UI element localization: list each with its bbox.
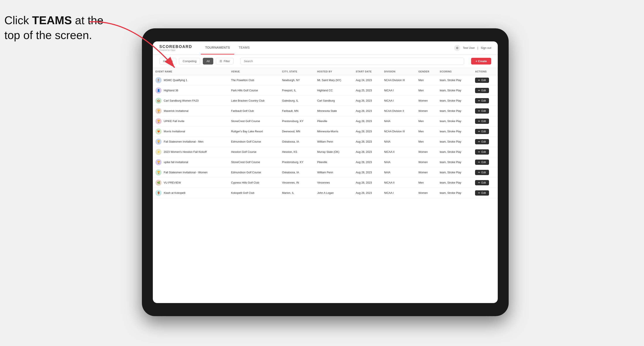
edit-label: Edit xyxy=(481,191,486,194)
cell-division: NAIA xyxy=(382,137,416,147)
cell-venue: Kokopelli Golf Club xyxy=(228,188,280,198)
edit-label: Edit xyxy=(481,120,486,123)
create-button[interactable]: + Create xyxy=(471,58,491,65)
tab-teams[interactable]: TEAMS xyxy=(234,41,254,54)
header-right: ⚙ Test User | Sign out xyxy=(454,45,491,51)
edit-button[interactable]: ✏ Edit xyxy=(475,129,489,134)
header: SCOREBOARD Powered by Clippt TOURNAMENTS… xyxy=(153,41,498,54)
search-box xyxy=(240,58,464,65)
cell-gender: Women xyxy=(416,147,437,157)
cell-gender: Women xyxy=(416,168,437,178)
settings-icon[interactable]: ⚙ xyxy=(454,45,460,51)
table-header: EVENT NAME VENUE CITY, STATE HOSTED BY S… xyxy=(153,68,498,75)
edit-label: Edit xyxy=(481,151,486,154)
cell-start-date: Aug 28, 2023 xyxy=(353,106,382,116)
cell-venue: Lake Bracken Country Club xyxy=(228,96,280,106)
cell-scoring: team, Stroke Play xyxy=(437,178,472,188)
edit-button[interactable]: ✏ Edit xyxy=(475,149,489,155)
cell-venue: The Powelton Club xyxy=(228,75,280,85)
cell-division: NCAA Division III xyxy=(382,127,416,137)
edit-button[interactable]: ✏ Edit xyxy=(475,98,489,103)
cell-start-date: Aug 28, 2023 xyxy=(353,127,382,137)
table-row: ⚡ 2023 Women's Hesston Fall Kickoff Hess… xyxy=(153,147,498,157)
cell-start-date: Aug 28, 2023 xyxy=(353,147,382,157)
cell-city-state: Hesston, KS xyxy=(280,147,314,157)
cell-venue: StoneCrest Golf Course xyxy=(228,157,280,168)
edit-button[interactable]: ✏ Edit xyxy=(475,160,489,165)
tab-tournaments[interactable]: TOURNAMENTS xyxy=(201,41,234,54)
edit-button[interactable]: ✏ Edit xyxy=(475,88,489,93)
edit-icon: ✏ xyxy=(478,161,480,164)
cell-hosted-by: Pikeville xyxy=(314,157,353,168)
edit-icon: ✏ xyxy=(478,181,480,184)
team-icon: 🏆 xyxy=(156,118,162,124)
cell-hosted-by: William Penn xyxy=(314,137,353,147)
filter-button[interactable]: ☰ Filter xyxy=(216,58,234,65)
cell-actions: ✏ Edit xyxy=(472,178,498,188)
cell-event-name: 🏆 upike fall invitational xyxy=(153,157,228,168)
table-row: 🏆 upike fall invitational StoneCrest Gol… xyxy=(153,157,498,168)
cell-division: NICAA I xyxy=(382,96,416,106)
edit-icon: ✏ xyxy=(478,99,480,102)
filter-icon: ☰ xyxy=(220,59,222,63)
edit-label: Edit xyxy=(481,140,486,143)
edit-button[interactable]: ✏ Edit xyxy=(475,170,489,175)
cell-actions: ✏ Edit xyxy=(472,127,498,137)
edit-icon: ✏ xyxy=(478,130,480,133)
event-name-text: Carl Sandburg Women FA23 xyxy=(164,99,199,102)
instruction-bold: TEAMS xyxy=(32,14,72,27)
cell-gender: Men xyxy=(416,116,437,127)
cell-scoring: team, Stroke Play xyxy=(437,75,472,85)
cell-event-name: 🦊 Morris Invitational xyxy=(153,127,228,137)
edit-button[interactable]: ✏ Edit xyxy=(475,108,489,114)
cell-gender: Men xyxy=(416,85,437,96)
team-icon: 🏺 xyxy=(156,190,162,196)
cell-division: NAIA xyxy=(382,116,416,127)
table-container: EVENT NAME VENUE CITY, STATE HOSTED BY S… xyxy=(153,68,498,303)
all-filter-button[interactable]: All xyxy=(203,58,213,65)
cell-event-name: 👤 Highland 36 xyxy=(153,85,228,96)
cell-hosted-by: John A Logan xyxy=(314,188,353,198)
cell-venue: Edmundson Golf Course xyxy=(228,137,280,147)
edit-icon: ✏ xyxy=(478,79,480,82)
table-body: 🏌 MSMC Qualifying 1 The Powelton Club Ne… xyxy=(153,75,498,198)
cell-start-date: Aug 28, 2023 xyxy=(353,116,382,127)
cell-city-state: Newburgh, NY xyxy=(280,75,314,85)
edit-icon: ✏ xyxy=(478,151,480,154)
team-icon: 🏆 xyxy=(156,159,162,165)
edit-button[interactable]: ✏ Edit xyxy=(475,78,489,83)
edit-button[interactable]: ✏ Edit xyxy=(475,119,489,124)
edit-icon: ✏ xyxy=(478,120,480,123)
search-input[interactable] xyxy=(240,58,464,65)
cell-scoring: team, Stroke Play xyxy=(437,157,472,168)
edit-button[interactable]: ✏ Edit xyxy=(475,190,489,195)
tablet-frame: SCOREBOARD Powered by Clippt TOURNAMENTS… xyxy=(142,28,509,316)
edit-label: Edit xyxy=(481,161,486,164)
edit-label: Edit xyxy=(481,130,486,133)
cell-scoring: team, Stroke Play xyxy=(437,188,472,198)
event-name-text: VU PREVIEW xyxy=(164,181,181,184)
signout-link[interactable]: Sign out xyxy=(481,46,491,49)
col-gender: GENDER xyxy=(416,68,437,75)
cell-gender: Women xyxy=(416,157,437,168)
col-scoring: SCORING xyxy=(437,68,472,75)
event-name-text: Morris Invitational xyxy=(164,130,185,133)
event-name-text: Fall Statesmen Invitational - Women xyxy=(164,171,208,174)
edit-button[interactable]: ✏ Edit xyxy=(475,139,489,144)
cell-actions: ✏ Edit xyxy=(472,137,498,147)
cell-division: NICAA I xyxy=(382,188,416,198)
cell-division: NAIA xyxy=(382,157,416,168)
cell-gender: Women xyxy=(416,106,437,116)
cell-division: NCAA Division II xyxy=(382,106,416,116)
team-icon: 🦊 xyxy=(156,128,162,135)
edit-icon: ✏ xyxy=(478,89,480,92)
cell-venue: Park Hills Golf Course xyxy=(228,85,280,96)
cell-scoring: team, Stroke Play xyxy=(437,106,472,116)
edit-button[interactable]: ✏ Edit xyxy=(475,180,489,185)
cell-gender: Men xyxy=(416,75,437,85)
team-icon: ⚡ xyxy=(156,149,162,155)
cell-hosted-by: Minnesota State xyxy=(314,106,353,116)
cell-start-date: Aug 28, 2023 xyxy=(353,168,382,178)
table-row: 🏆 Fall Statesmen Invitational - Men Edmu… xyxy=(153,137,498,147)
event-name-text: upike fall invitational xyxy=(164,161,188,164)
